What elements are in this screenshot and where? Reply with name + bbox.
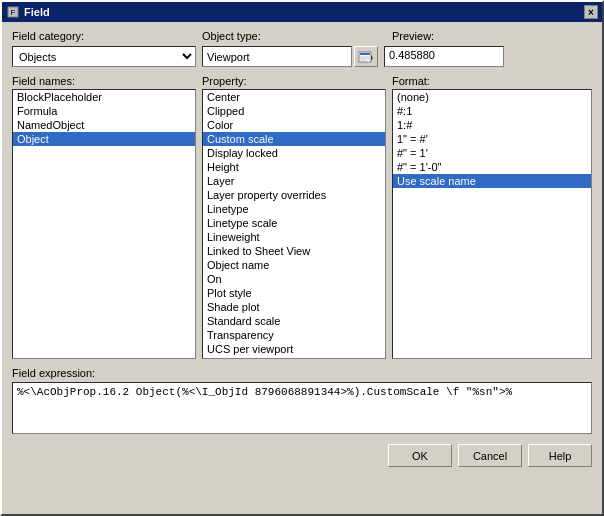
property-item-standard-scale[interactable]: Standard scale [203,314,385,328]
field-names-item-namedobject[interactable]: NamedObject [13,118,195,132]
format-item-use-scale-name[interactable]: Use scale name [393,174,591,188]
format-item-hash-1foot[interactable]: #" = 1' [393,146,591,160]
property-item-clipped[interactable]: Clipped [203,104,385,118]
property-listbox[interactable]: Center Clipped Color Custom scale Displa… [202,89,386,359]
object-type-input[interactable] [202,46,352,67]
field-expression-label: Field expression: [12,367,592,379]
object-type-browse-button[interactable] [354,46,378,67]
property-item-transparency[interactable]: Transparency [203,328,385,342]
field-names-item-formula[interactable]: Formula [13,104,195,118]
format-item-hash-1[interactable]: #:1 [393,104,591,118]
preview-label: Preview: [392,30,434,42]
format-item-hash-1foot-0inch[interactable]: #" = 1'-0" [393,160,591,174]
property-item-custom-scale[interactable]: Custom scale [203,132,385,146]
property-item-plot-style[interactable]: Plot style [203,286,385,300]
close-button[interactable]: × [584,5,598,19]
property-item-layer[interactable]: Layer [203,174,385,188]
property-item-center[interactable]: Center [203,90,385,104]
property-item-color[interactable]: Color [203,118,385,132]
window-icon: F [6,5,20,19]
field-names-label: Field names: [12,75,196,87]
field-names-item-blockplaceholder[interactable]: BlockPlaceholder [13,90,195,104]
preview-value: 0.485880 [384,46,504,67]
title-bar: F Field × [2,2,602,22]
property-item-display-locked[interactable]: Display locked [203,146,385,160]
ok-button[interactable]: OK [388,444,452,467]
field-names-listbox[interactable]: BlockPlaceholder Formula NamedObject Obj… [12,89,196,359]
format-listbox[interactable]: (none) #:1 1:# 1" = #' #" = 1' #" = 1'-0… [392,89,592,359]
property-item-linked-to-sheet-view[interactable]: Linked to Sheet View [203,244,385,258]
field-category-label: Field category: [12,30,202,42]
property-item-object-name[interactable]: Object name [203,258,385,272]
format-item-none[interactable]: (none) [393,90,591,104]
property-item-on[interactable]: On [203,272,385,286]
property-item-layer-property-overrides[interactable]: Layer property overrides [203,188,385,202]
object-type-label: Object type: [202,30,392,42]
svg-marker-7 [371,55,373,61]
field-category-select[interactable]: Objects All Date & Time Document Linked … [12,46,196,67]
property-label: Property: [202,75,386,87]
field-names-item-object[interactable]: Object [13,132,195,146]
help-button[interactable]: Help [528,444,592,467]
property-item-shade-plot[interactable]: Shade plot [203,300,385,314]
field-expression-input[interactable]: %<\AcObjProp.16.2 Object(%<\I_ObjId 8796… [12,382,592,434]
window-title: Field [24,6,50,18]
field-dialog: F Field × Field category: Object type: P… [0,0,604,516]
cancel-button[interactable]: Cancel [458,444,522,467]
format-label: Format: [392,75,592,87]
property-item-linetype-scale[interactable]: Linetype scale [203,216,385,230]
property-item-height[interactable]: Height [203,160,385,174]
property-item-lineweight[interactable]: Lineweight [203,230,385,244]
property-item-ucs-per-viewport[interactable]: UCS per viewport [203,342,385,356]
property-item-linetype[interactable]: Linetype [203,202,385,216]
svg-rect-3 [360,53,370,55]
svg-text:F: F [11,8,16,17]
format-item-1inch-hash[interactable]: 1" = #' [393,132,591,146]
property-item-visual-style[interactable]: Visual style [203,356,385,359]
format-item-1-hash[interactable]: 1:# [393,118,591,132]
